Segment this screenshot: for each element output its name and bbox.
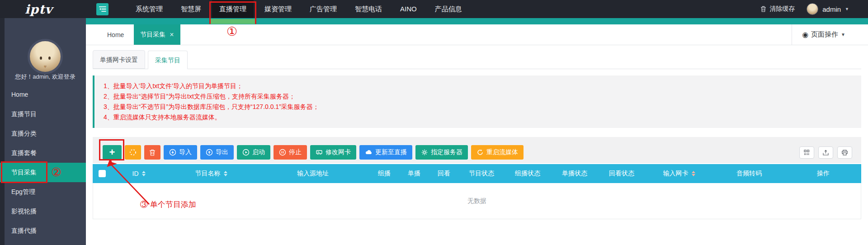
column-header-unicast-status: 单播状态 bbox=[551, 170, 598, 178]
sort-arrows-icon[interactable] bbox=[692, 171, 695, 176]
radio-dot-icon: ◉ bbox=[802, 31, 808, 38]
column-label: 组播 bbox=[378, 170, 391, 178]
sidebar-item-program-collection-label: 节目采集 bbox=[11, 169, 37, 176]
column-header-input-nic[interactable]: 输入网卡 bbox=[645, 170, 713, 178]
column-header-id[interactable]: ID bbox=[112, 170, 166, 177]
column-settings-button[interactable] bbox=[799, 146, 814, 159]
content-top-strip bbox=[86, 18, 868, 24]
loading-refresh-button[interactable] bbox=[125, 145, 141, 160]
play-circle-icon bbox=[242, 149, 250, 156]
notice-line: 1、批量导入'导入txt文件'导入的节目为单播节目； bbox=[104, 81, 852, 91]
sub-tab-bar: 单播网卡设置 采集节目 bbox=[93, 51, 861, 69]
column-header-audio-transcode: 音频转码 bbox=[713, 170, 785, 178]
column-header-input-source: 输入源地址 bbox=[256, 170, 369, 178]
gear-icon bbox=[421, 149, 428, 156]
stop-label: 停止 bbox=[289, 148, 302, 156]
restart-stream-button[interactable]: 重启流媒体 bbox=[471, 145, 524, 160]
username-label: admin bbox=[822, 5, 841, 13]
avatar-eye bbox=[48, 57, 51, 60]
column-label: 单播状态 bbox=[562, 170, 587, 178]
nav-item-product-info[interactable]: 产品信息 bbox=[428, 0, 469, 18]
nav-item-media-mgmt[interactable]: 媒资管理 bbox=[257, 0, 299, 18]
sidebar-item-program-collection[interactable]: 节目采集 ② bbox=[0, 163, 86, 182]
column-header-playback: 回看 bbox=[429, 170, 459, 178]
avatar-heart: ♥ bbox=[44, 64, 47, 69]
import-label: 导入 bbox=[179, 148, 192, 156]
columns-grid-icon bbox=[803, 149, 810, 156]
print-button[interactable] bbox=[837, 146, 852, 159]
spinner-icon bbox=[129, 149, 137, 156]
import-button[interactable]: 导入 bbox=[164, 145, 197, 160]
user-avatar: ♥ bbox=[28, 39, 63, 74]
subtab-unicast-nic-settings[interactable]: 单播网卡设置 bbox=[93, 50, 145, 69]
nav-item-live-mgmt[interactable]: 直播管理 ① bbox=[212, 0, 254, 18]
nav-item-smart-screen[interactable]: 智慧屏 bbox=[174, 0, 208, 18]
table-header-row: ID 节目名称 输入源地址 组播 单播 回看 节目状态 组播状态 单播状态 回看… bbox=[93, 164, 861, 183]
nav-item-system-mgmt[interactable]: 系统管理 bbox=[128, 0, 170, 18]
avatar-eye bbox=[40, 57, 42, 60]
sidebar-item-live-categories[interactable]: 直播分类 bbox=[0, 124, 86, 143]
pause-circle-icon bbox=[279, 149, 286, 156]
close-icon[interactable]: × bbox=[170, 31, 174, 39]
column-header-program-status: 节目状态 bbox=[459, 170, 504, 178]
notice-box: 1、批量导入'导入txt文件'导入的节目为单播节目； 2、批量导出“选择节目”为… bbox=[93, 75, 861, 128]
sidebar-item-live-proxy[interactable]: 直播代播 bbox=[0, 221, 86, 240]
export-table-button[interactable] bbox=[818, 146, 833, 159]
sidebar-collapse-button[interactable] bbox=[96, 3, 108, 15]
column-label: 音频转码 bbox=[736, 170, 762, 178]
subtab-collect-programs[interactable]: 采集节目 bbox=[148, 51, 188, 69]
toolbar: + 导入 bbox=[93, 137, 861, 163]
annotation-step1: ① bbox=[226, 25, 237, 38]
modify-nic-label: 修改网卡 bbox=[326, 148, 351, 156]
main-content: Home 节目采集 × ◉ 页面操作 ▼ 单播网卡设置 采集节目 1、批量导入'… bbox=[86, 24, 868, 245]
export-tray-icon bbox=[822, 149, 829, 156]
notice-line: 3、批量导出“不选节目”为导出数据库压缩包，只支持“127.0.0.1”采集服务… bbox=[104, 102, 852, 112]
page-actions-dropdown[interactable]: ◉ 页面操作 ▼ bbox=[792, 24, 868, 45]
table-body: 无数据 bbox=[93, 183, 861, 219]
add-program-button[interactable]: + bbox=[103, 145, 122, 160]
assign-server-button[interactable]: 指定服务器 bbox=[415, 145, 468, 160]
assign-server-label: 指定服务器 bbox=[431, 148, 462, 156]
chevron-down-icon: ▼ bbox=[845, 7, 849, 11]
sidebar: ♥ 您好！admin, 欢迎登录 Home 直播节目 直播分类 直播套餐 节目采… bbox=[0, 18, 86, 245]
column-header-multicast-status: 组播状态 bbox=[504, 170, 551, 178]
tab-program-collection[interactable]: 节目采集 × bbox=[134, 24, 180, 45]
start-label: 启动 bbox=[252, 148, 265, 156]
trash-icon bbox=[760, 6, 766, 12]
restart-stream-label: 重启流媒体 bbox=[486, 148, 518, 156]
sidebar-item-live-programs[interactable]: 直播节目 bbox=[0, 104, 86, 124]
start-button[interactable]: 启动 bbox=[237, 145, 270, 160]
column-label: 节目状态 bbox=[469, 170, 494, 178]
update-to-live-button[interactable]: 更新至直播 bbox=[359, 145, 412, 160]
column-header-playback-status: 回看状态 bbox=[598, 170, 645, 178]
sort-arrows-icon[interactable] bbox=[142, 171, 146, 176]
select-all-checkbox[interactable] bbox=[99, 170, 106, 177]
delete-button[interactable] bbox=[144, 145, 160, 160]
tab-home[interactable]: Home bbox=[97, 24, 134, 45]
refresh-icon bbox=[476, 149, 484, 156]
sidebar-item-live-packages[interactable]: 直播套餐 bbox=[0, 143, 86, 163]
user-menu[interactable]: admin ▼ bbox=[807, 3, 849, 15]
column-label: 输入网卡 bbox=[663, 170, 689, 178]
export-button[interactable]: 导出 bbox=[200, 145, 234, 160]
column-header-program-name[interactable]: 节目名称 bbox=[166, 170, 256, 178]
notice-line: 4、重启流媒体只支持本地服务器流媒体。 bbox=[104, 112, 852, 122]
cloud-icon bbox=[365, 149, 373, 156]
nav-item-live-mgmt-label: 直播管理 bbox=[219, 5, 246, 13]
sort-arrows-icon[interactable] bbox=[224, 171, 227, 176]
modify-nic-button[interactable]: 修改网卡 bbox=[310, 145, 356, 160]
nav-item-ad-mgmt[interactable]: 广告管理 bbox=[302, 0, 344, 18]
trash-icon bbox=[149, 149, 156, 156]
sidebar-menu: Home 直播节目 直播分类 直播套餐 节目采集 ② Epg管理 影视轮播 直播… bbox=[0, 85, 86, 240]
app-window: iptv 系统管理 智慧屏 直播管理 ① 媒资管理 广告管理 智慧电话 AINO… bbox=[0, 0, 868, 245]
sidebar-item-video-carousel[interactable]: 影视轮播 bbox=[0, 202, 86, 221]
column-label: 操作 bbox=[817, 170, 830, 178]
sidebar-item-epg-mgmt[interactable]: Epg管理 bbox=[0, 182, 86, 202]
clear-cache-button[interactable]: 清除缓存 bbox=[760, 5, 795, 13]
programs-table: ID 节目名称 输入源地址 组播 单播 回看 节目状态 组播状态 单播状态 回看… bbox=[93, 164, 861, 219]
nav-item-aino[interactable]: AINO bbox=[393, 0, 424, 18]
stop-button[interactable]: 停止 bbox=[274, 145, 307, 160]
sidebar-item-home[interactable]: Home bbox=[0, 85, 86, 104]
column-header-multicast: 组播 bbox=[369, 170, 399, 178]
nav-item-smart-phone[interactable]: 智慧电话 bbox=[348, 0, 389, 18]
